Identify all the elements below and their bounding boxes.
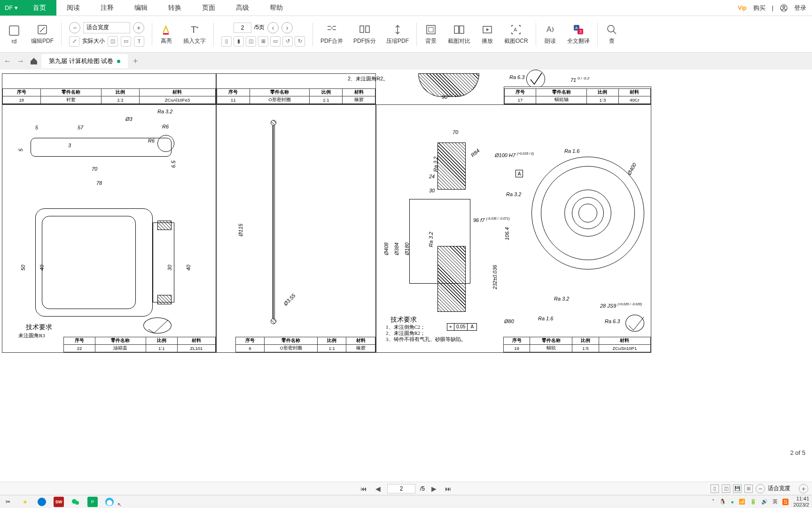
taskbar-pdf-icon[interactable]: P	[87, 497, 98, 507]
tool-background[interactable]: 背景	[420, 16, 442, 52]
dim-ra63-top: Ra 6.3	[509, 74, 524, 80]
svg-text:A: A	[575, 26, 578, 30]
tool-insert-text[interactable]: T+ 插入文字	[179, 16, 211, 52]
svg-text:A: A	[547, 25, 552, 33]
layout-single-icon[interactable]: ▯	[221, 36, 232, 47]
layout-cont-icon[interactable]: ▮	[234, 36, 244, 47]
menu-convert[interactable]: 转换	[158, 0, 192, 16]
tool-compress[interactable]: 压缩PDF	[382, 16, 414, 52]
pdf-viewport[interactable]: 稳 拿 国 一 电 序号零件名称比例材料 18衬套1∶2ZCuAl10Fe3 序…	[0, 70, 812, 484]
zoom-out-bottom[interactable]: −	[756, 484, 765, 493]
taskbar-sw-icon[interactable]: SW	[54, 497, 64, 507]
taskbar-doraemon-icon[interactable]	[104, 497, 115, 507]
tool-read[interactable]: A 朗读	[539, 16, 562, 52]
view-mode-3-icon[interactable]: T	[134, 36, 144, 47]
panel-17-header: 序号零件名称比例材料 17蜗轮轴1∶340Cr	[504, 87, 651, 104]
dim-90: 90 0 / -0.2	[442, 93, 461, 100]
tool-compare[interactable]: 截图对比	[443, 16, 475, 52]
svg-point-24	[75, 501, 79, 505]
layout-two-icon[interactable]: ◫	[246, 36, 256, 47]
svg-rect-12	[460, 26, 464, 33]
pdf-dropdown[interactable]: DF ▾	[0, 0, 23, 16]
tray-wifi-icon[interactable]: 📶	[739, 499, 745, 505]
tool-translate[interactable]: A文 全文翻译	[562, 16, 594, 52]
next-page-button-2[interactable]: ▶	[429, 485, 438, 492]
actual-size-label[interactable]: 实际大小	[82, 37, 105, 45]
svg-rect-11	[454, 26, 459, 33]
page-input[interactable]	[234, 23, 251, 33]
tray-volume-icon[interactable]: 🔊	[761, 499, 768, 505]
svg-rect-8	[366, 26, 369, 32]
rotate-left-icon[interactable]: ↺	[282, 36, 293, 47]
tray-chevron-icon[interactable]: ˄	[712, 499, 715, 505]
svg-text:+: +	[196, 25, 199, 30]
tray-qq-icon[interactable]: 🐧	[719, 499, 726, 505]
login-icon	[780, 4, 788, 12]
menu-annotate[interactable]: 注释	[90, 0, 124, 16]
tool-ocr[interactable]: A 截图OCR	[500, 16, 533, 52]
tray-wechat-icon[interactable]: ●	[731, 499, 734, 505]
svg-point-1	[783, 6, 785, 8]
vip-badge: Vip	[738, 5, 746, 11]
zoom-in-button[interactable]: +	[133, 22, 144, 33]
tool-pdf-split[interactable]: PDF拆分	[349, 16, 381, 52]
menu-advanced[interactable]: 高级	[226, 0, 259, 16]
menu-page[interactable]: 页面	[192, 0, 226, 16]
svg-point-22	[38, 498, 46, 506]
nav-back-icon[interactable]: ←	[2, 56, 13, 67]
document-tab[interactable]: 第九届 计算机绘图 试卷	[41, 54, 128, 68]
first-page-button[interactable]: ⏮	[359, 485, 369, 492]
tool-highlight[interactable]: 高亮	[155, 16, 178, 52]
tray-sogou-icon[interactable]: S	[782, 499, 789, 505]
menu-read[interactable]: 阅读	[56, 0, 90, 16]
zoom-group: − + ⤢ 实际大小 ◫ ▭ T	[64, 16, 149, 52]
menu-bar: DF ▾ 首页 阅读 注释 编辑 转换 页面 高级 帮助 Vip 购买 | 登录	[0, 0, 812, 16]
view-save-icon[interactable]: 💾	[733, 484, 742, 493]
add-tab-button[interactable]: +	[130, 56, 141, 67]
tray-ime-icon[interactable]: 英	[773, 498, 778, 505]
taskbar-app-scissors-icon[interactable]: ✂	[3, 497, 13, 507]
menu-edit[interactable]: 编辑	[124, 0, 158, 16]
fit-width-icon[interactable]: ⤢	[69, 36, 79, 47]
tool-play[interactable]: 播放	[476, 16, 499, 52]
tool-pdf-merge[interactable]: PDF合并	[316, 16, 348, 52]
view-grid-icon[interactable]: ⊞	[744, 484, 753, 493]
surface-symbol-19	[625, 315, 644, 332]
panel-19: Ra 3.2 70 R84 Ø100 H7 (+0.035 / 0) Ra 1.…	[376, 104, 651, 353]
zoom-out-button[interactable]: −	[69, 22, 80, 33]
nav-home-icon[interactable]	[28, 56, 39, 67]
nav-forward-icon[interactable]: →	[15, 56, 26, 67]
next-page-button[interactable]: ›	[281, 22, 293, 33]
zoom-label-bottom[interactable]: 适合宽度	[768, 484, 796, 492]
layout-book-icon[interactable]: ▭	[270, 36, 281, 47]
layout-grid-icon[interactable]: ⊞	[258, 36, 268, 47]
login-link[interactable]: 登录	[794, 4, 806, 12]
view-mode-2-icon[interactable]: ▭	[121, 36, 131, 47]
page-total-bottom: /5	[420, 485, 425, 492]
view-two-icon[interactable]: ◫	[722, 484, 730, 493]
taskbar-edge-icon[interactable]	[37, 497, 47, 507]
zoom-in-bottom[interactable]: +	[799, 484, 808, 493]
page-input-bottom[interactable]	[387, 484, 415, 493]
svg-point-20	[608, 25, 614, 32]
zoom-select[interactable]	[83, 22, 130, 33]
taskbar-star-icon[interactable]: ★	[20, 497, 30, 507]
tray-battery-icon[interactable]: 🔋	[750, 499, 757, 505]
prev-page-button-2[interactable]: ◀	[374, 485, 383, 492]
buy-link[interactable]: 购买	[753, 4, 765, 12]
panel-22: Ra 3.2 Ø3 5 57 3 R6 R6 5 6.5 70 78 50 40…	[2, 104, 216, 353]
prev-page-button[interactable]: ‹	[267, 22, 279, 33]
menu-help[interactable]: 帮助	[259, 0, 293, 16]
view-mode-1-icon[interactable]: ◫	[108, 36, 118, 47]
taskbar-wechat-icon[interactable]	[70, 497, 81, 507]
tech-req-sub-22: 未注圆角R3	[18, 332, 45, 339]
tool-edit-pdf[interactable]: 编辑PDF	[26, 16, 58, 52]
svg-rect-9	[427, 25, 435, 34]
panel-6: Ø115 Ø3.55 序号零件名称比例材料 6O形密封圈1∶1橡胶	[216, 104, 376, 353]
tool-word[interactable]: rd	[3, 16, 25, 52]
menu-home[interactable]: 首页	[23, 0, 56, 16]
view-single-icon[interactable]: ▯	[710, 484, 719, 493]
last-page-button[interactable]: ⏭	[443, 485, 453, 492]
rotate-right-icon[interactable]: ↻	[295, 36, 305, 47]
tool-search[interactable]: 查	[601, 16, 623, 52]
